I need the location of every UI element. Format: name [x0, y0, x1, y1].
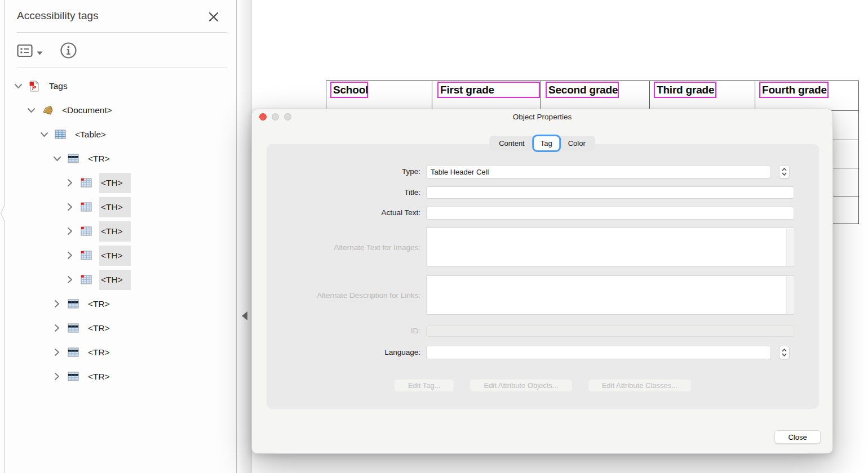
tree-item-label: Tags	[47, 76, 76, 96]
chevron-right-icon[interactable]	[65, 275, 74, 284]
stepper-icon[interactable]	[779, 346, 790, 359]
tag-icon	[42, 105, 54, 115]
tag-options-button[interactable]	[17, 44, 43, 59]
chevron-right-icon[interactable]	[52, 372, 61, 381]
tags-tree: Tags <Document> <Table> <TR> <TH> <TH> <…	[0, 74, 236, 389]
table-header-text: Fourth grade	[760, 84, 827, 96]
chevron-right-icon[interactable]	[52, 324, 61, 332]
tree-item[interactable]: <TR>	[0, 364, 236, 389]
alternate-description-for-links-textarea[interactable]	[426, 275, 794, 315]
dialog-titlebar[interactable]: Object Properties	[252, 109, 832, 124]
type-select[interactable]	[426, 165, 771, 179]
collapse-panel-icon[interactable]	[242, 311, 247, 320]
tr-icon	[68, 372, 79, 381]
alternate-text-for-images-textarea[interactable]	[426, 227, 794, 267]
tree-item-label: <TR>	[86, 342, 118, 363]
tab-tag[interactable]: Tag	[532, 135, 561, 152]
tree-item-label: <TR>	[86, 294, 118, 314]
table-header-text: Second grade	[547, 84, 618, 96]
edit-attribute-classes-button: Edit Attribute Classes...	[588, 379, 692, 392]
tree-item-label: <TR>	[86, 367, 118, 387]
table-header-cell[interactable]: Third grade	[654, 82, 716, 98]
edit-attribute-objects-button: Edit Attribute Objects...	[470, 379, 572, 392]
panel-toolbar	[17, 42, 77, 61]
tree-item-label: <TR>	[86, 149, 118, 169]
tr-icon	[68, 323, 79, 333]
title-input[interactable]	[426, 186, 794, 199]
th-icon	[81, 275, 92, 284]
tree-item[interactable]: <TR>	[0, 146, 236, 171]
tree-item[interactable]: <TH>	[0, 195, 236, 219]
id-label: ID:	[267, 327, 420, 335]
tree-item[interactable]: <TR>	[0, 292, 236, 316]
tree-item-label: <TH>	[99, 173, 131, 193]
chevron-down-icon	[37, 48, 43, 57]
chevron-right-icon[interactable]	[52, 348, 61, 356]
th-icon	[81, 226, 92, 236]
chevron-right-icon[interactable]	[52, 300, 61, 308]
scrollbar-track[interactable]	[786, 229, 793, 266]
alternate-description-for-links-label: Alternate Description for Links:	[267, 291, 420, 300]
tree-item[interactable]: <TH>	[0, 267, 236, 292]
tree-item[interactable]: <TR>	[0, 316, 236, 340]
edit-tag-button: Edit Tag...	[394, 379, 455, 392]
tree-item-label: <TH>	[99, 197, 131, 217]
panel-splitter[interactable]	[236, 0, 252, 473]
tree-item-label: <TH>	[99, 270, 131, 290]
chevron-right-icon[interactable]	[65, 203, 74, 211]
actual-text-input[interactable]	[426, 207, 794, 220]
scrollbar-track[interactable]	[786, 276, 793, 314]
tree-item-label: <TH>	[99, 221, 131, 242]
edit-buttons-row: Edit Tag...Edit Attribute Objects...Edit…	[267, 379, 819, 392]
close-button[interactable]: Close	[774, 430, 821, 444]
chevron-down-icon[interactable]	[14, 83, 23, 89]
id-input	[426, 325, 794, 337]
table-header-cell[interactable]: First grade	[437, 82, 540, 98]
tree-item[interactable]: <TR>	[0, 340, 236, 364]
acrobat-window: Accessibility tags Tags	[0, 0, 868, 473]
table-header-cell[interactable]: Fourth grade	[759, 82, 829, 98]
tree-item-label: <TH>	[99, 246, 131, 266]
tree-item[interactable]: <Document>	[0, 98, 236, 122]
th-icon	[81, 202, 92, 212]
tags-icon	[29, 81, 41, 92]
chevron-down-icon[interactable]	[52, 156, 61, 162]
actual-text-label: Actual Text:	[267, 208, 420, 217]
object-properties-dialog: Object Properties ContentTagColor Type: …	[251, 109, 833, 454]
table-header-cell[interactable]: School	[330, 82, 368, 98]
tree-item-label: <TR>	[86, 318, 118, 338]
chevron-right-icon[interactable]	[65, 179, 74, 187]
type-label: Type:	[267, 167, 420, 176]
info-icon	[60, 42, 77, 61]
tree-item[interactable]: <Table>	[0, 122, 236, 146]
title-label: Title:	[267, 188, 420, 197]
stepper-icon[interactable]	[779, 165, 790, 179]
tab-color[interactable]: Color	[560, 136, 594, 151]
divider	[17, 32, 227, 33]
table-header-text: School	[331, 84, 368, 96]
th-icon	[81, 178, 92, 188]
table-header-text: Third grade	[655, 84, 714, 96]
close-panel-icon[interactable]	[207, 11, 220, 23]
info-button[interactable]	[60, 42, 77, 61]
table-header-cell[interactable]: Second grade	[546, 82, 619, 98]
accessibility-tags-panel: Accessibility tags Tags	[0, 0, 236, 473]
tree-item[interactable]: <TH>	[0, 171, 236, 195]
chevron-right-icon[interactable]	[65, 227, 74, 235]
language-select[interactable]	[426, 346, 771, 359]
chevron-right-icon[interactable]	[65, 251, 74, 260]
tree-item[interactable]: <TH>	[0, 219, 236, 243]
chevron-down-icon[interactable]	[26, 108, 36, 113]
tab-content[interactable]: Content	[490, 136, 533, 151]
tr-icon	[68, 299, 79, 309]
tree-item[interactable]: <TH>	[0, 243, 236, 267]
tree-item-label: <Table>	[73, 124, 114, 145]
language-label: Language:	[267, 348, 420, 356]
table-icon	[55, 130, 67, 139]
tree-item[interactable]: Tags	[0, 74, 236, 98]
alternate-text-for-images-label: Alternate Text for Images:	[267, 243, 420, 252]
tree-item-label: <Document>	[60, 100, 120, 121]
chevron-down-icon[interactable]	[39, 132, 48, 137]
tr-icon	[68, 154, 79, 163]
tag-tab-panel: Type: Title: Actual Text: Alternate Text…	[267, 144, 819, 409]
